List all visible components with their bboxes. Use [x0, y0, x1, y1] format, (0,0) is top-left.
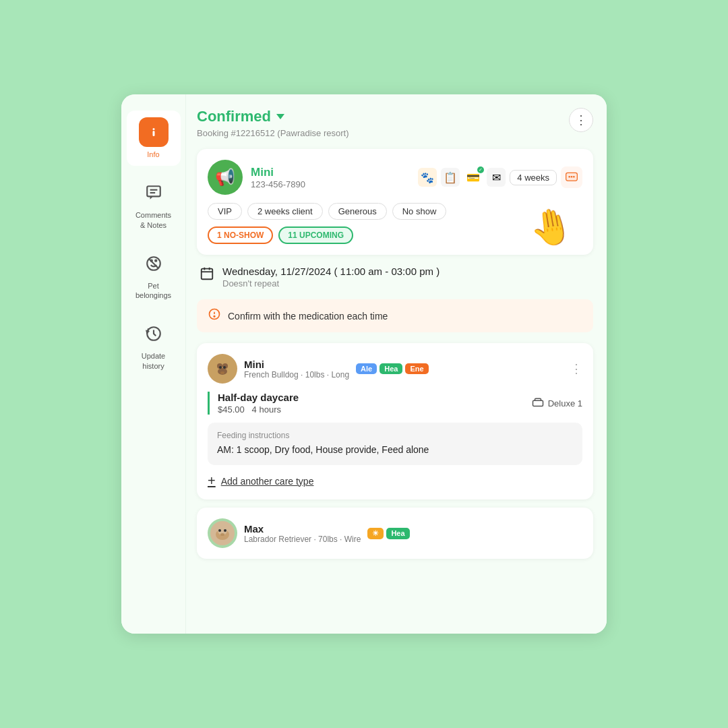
pet-belongings-icon	[139, 249, 169, 278]
booking-subtitle: Booking #12216512 (Pawradise resort)	[197, 128, 349, 138]
more-options-button[interactable]: ⋮	[569, 108, 593, 132]
appointment-date-row: Wednesday, 11/27/2024 ( 11:00 am - 03:00…	[197, 266, 593, 289]
comments-icon	[139, 178, 169, 208]
svg-point-13	[573, 176, 575, 178]
svg-point-27	[220, 371, 224, 374]
main-content: Confirmed Booking #12216512 (Pawradise r…	[186, 94, 607, 634]
preview-pet-name: Max	[244, 523, 361, 535]
service-card-max: Max Labrador Retriever · 70lbs · Wire ☀ …	[197, 508, 593, 559]
booking-location: (Pawradise resort)	[277, 128, 348, 138]
status-title: Confirmed	[197, 108, 349, 125]
svg-point-7	[150, 259, 152, 262]
service-pet-info-mini: Mini French Bulldog · 10lbs · Long	[244, 359, 349, 380]
pet-owner-avatar: 📢	[208, 160, 243, 195]
preview-pet-header: Max Labrador Retriever · 70lbs · Wire ☀ …	[208, 518, 582, 548]
more-options-icon: ⋮	[575, 114, 587, 126]
pet-owner-avatar-emoji: 📢	[215, 168, 235, 187]
tag-hea: Hea	[380, 363, 402, 374]
add-care-plus-icon: +	[208, 473, 216, 489]
pet-owner-header: 📢 Mini 123-456-7890 🐾 📋 💳 ✓ ✉ 4 weeks	[208, 160, 582, 195]
sidebar-item-comments[interactable]: Comments& Notes	[127, 171, 181, 237]
feeding-text: AM: 1 scoop, Dry food, House provide, Fe…	[217, 443, 573, 457]
service-info: Half-day daycare $45.00 4 hours	[218, 392, 532, 415]
booking-id: Booking #12216512	[197, 128, 275, 138]
appointment-repeat: Doesn't repeat	[222, 278, 439, 289]
svg-rect-2	[147, 187, 160, 197]
preview-pet-info: Max Labrador Retriever · 70lbs · Wire	[244, 523, 361, 544]
service-card-mini: Mini French Bulldog · 10lbs · Long Ale H…	[197, 343, 593, 499]
svg-point-34	[224, 529, 226, 532]
service-pet-detail: French Bulldog · 10lbs · Long	[244, 370, 349, 380]
svg-point-20	[214, 316, 215, 317]
status-text: Confirmed	[197, 108, 271, 125]
tag-generous: Generous	[328, 203, 387, 220]
room-label: Deluxe 1	[548, 398, 582, 408]
pet-owner-info: Mini 123-456-7890	[251, 166, 410, 189]
appointment-date-info: Wednesday, 11/27/2024 ( 11:00 am - 03:00…	[222, 266, 439, 289]
svg-point-26	[223, 366, 226, 369]
status-chevron-icon[interactable]	[276, 114, 284, 119]
chat-icon-btn[interactable]	[561, 166, 582, 188]
pet-owner-card: 📢 Mini 123-456-7890 🐾 📋 💳 ✓ ✉ 4 weeks	[197, 149, 593, 255]
notes-icon-btn[interactable]: 📋	[441, 168, 460, 187]
card-icon-btn[interactable]: 💳 ✓	[464, 168, 483, 187]
tag-noshow: No show	[392, 203, 447, 220]
svg-rect-28	[533, 400, 543, 406]
svg-point-25	[219, 366, 222, 369]
add-care-type-button[interactable]: + Add another care type	[208, 473, 582, 489]
service-line: Half-day daycare $45.00 4 hours Deluxe 1	[208, 392, 582, 415]
tag-ene: Ene	[405, 363, 428, 374]
feeding-box: Feeding instructions AM: 1 scoop, Dry fo…	[208, 423, 582, 465]
svg-rect-14	[202, 269, 213, 280]
pet-tags-row: VIP 2 weeks client Generous No show	[208, 203, 582, 220]
preview-avatar-max	[208, 518, 237, 548]
sidebar: Info Comments& Notes	[121, 94, 186, 634]
pet-owner-name[interactable]: Mini	[251, 166, 410, 179]
svg-point-35	[220, 533, 224, 536]
service-pet-avatar-mini	[208, 354, 237, 384]
paw-icon-btn[interactable]: 🐾	[418, 168, 437, 187]
tag-ale: Ale	[356, 363, 377, 374]
svg-point-8	[154, 259, 157, 262]
sidebar-item-pet-belongings[interactable]: Petbelongings	[127, 242, 181, 307]
calendar-icon	[200, 266, 214, 284]
tag-2weeks: 2 weeks client	[247, 203, 323, 220]
svg-point-12	[571, 176, 573, 178]
weeks-badge: 4 weeks	[510, 170, 557, 185]
service-tags: Ale Hea Ene	[356, 363, 429, 374]
add-care-label: Add another care type	[221, 476, 314, 487]
sidebar-item-update-history[interactable]: Updatehistory	[127, 312, 181, 377]
preview-pet-detail: Labrador Retriever · 70lbs · Wire	[244, 535, 361, 544]
action-badges: 1 NO-SHOW 11 UPCOMING	[208, 226, 582, 244]
update-history-icon	[139, 319, 169, 348]
svg-rect-0	[152, 131, 154, 136]
svg-point-11	[568, 176, 570, 178]
preview-service-tags: ☀ Hea	[367, 528, 409, 539]
service-name: Half-day daycare	[218, 392, 532, 403]
tag-sun: ☀	[367, 528, 384, 539]
app-container: Info Comments& Notes	[121, 94, 607, 634]
service-price: $45.00 4 hours	[218, 404, 532, 415]
alert-text: Confirm with the medication each time	[228, 311, 388, 322]
appointment-date: Wednesday, 11/27/2024 ( 11:00 am - 03:00…	[222, 266, 439, 277]
sidebar-label-comments: Comments& Notes	[135, 210, 171, 230]
sidebar-label-pet-belongings: Petbelongings	[135, 281, 171, 301]
tag-vip: VIP	[208, 203, 242, 220]
booking-status: Confirmed Booking #12216512 (Pawradise r…	[197, 108, 349, 138]
service-pet-name: Mini	[244, 359, 349, 370]
sidebar-item-info[interactable]: Info	[127, 111, 181, 166]
sidebar-label-update-history: Updatehistory	[142, 351, 165, 371]
info-icon-bg	[139, 117, 169, 147]
feeding-label: Feeding instructions	[217, 431, 573, 440]
mail-icon-btn[interactable]: ✉	[487, 168, 506, 187]
badge-no-show[interactable]: 1 NO-SHOW	[208, 226, 273, 244]
svg-point-33	[218, 529, 221, 532]
badge-upcoming[interactable]: 11 UPCOMING	[278, 226, 353, 244]
service-more-button[interactable]: ⋮	[570, 361, 582, 376]
service-room: Deluxe 1	[532, 397, 582, 409]
booking-header: Confirmed Booking #12216512 (Pawradise r…	[197, 108, 593, 138]
service-pet-header: Mini French Bulldog · 10lbs · Long Ale H…	[208, 354, 582, 384]
pet-owner-phone: 123-456-7890	[251, 179, 410, 189]
svg-point-1	[152, 128, 154, 130]
pet-owner-icons: 🐾 📋 💳 ✓ ✉ 4 weeks	[418, 166, 582, 188]
